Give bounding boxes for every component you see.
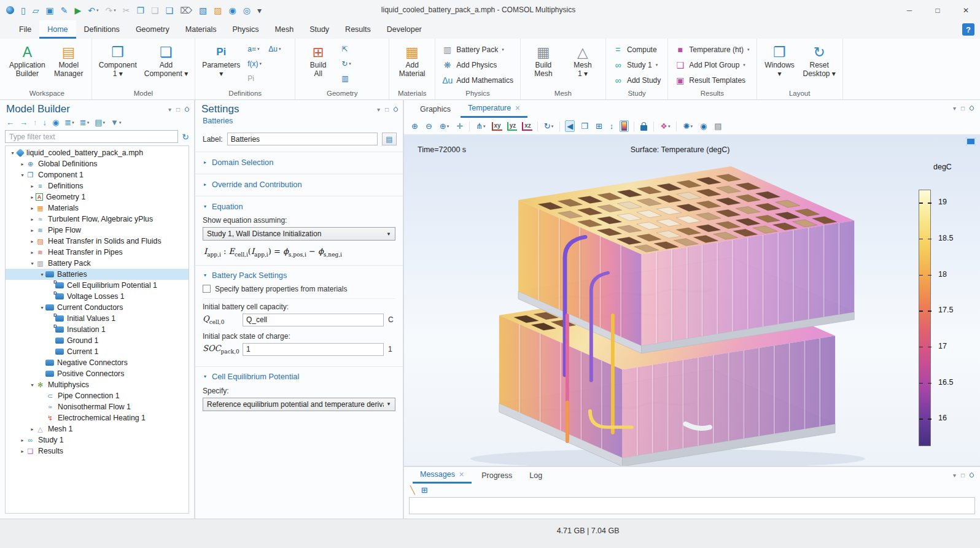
node-columns-icon[interactable]: ▤▾ — [95, 118, 105, 127]
float-panel-icon[interactable]: □ — [385, 106, 389, 113]
save-icon[interactable]: ▣ — [46, 6, 54, 15]
tree-item-liquid-cooled-battery-pack-a-mph[interactable]: ▾liquid_cooled_battery_pack_a.mph — [6, 147, 189, 158]
ribbon-build-mesh-button[interactable]: ▦BuildMesh — [526, 42, 561, 79]
chevron-down-icon[interactable]: ▾ — [19, 172, 26, 178]
filter-icon[interactable]: ▼▾ — [111, 118, 121, 127]
ribbon-parameters-button[interactable]: PiParameters▾ — [200, 42, 242, 79]
ribbon-study-1-button[interactable]: ∞Study 1▾ — [611, 57, 663, 72]
tree-item-electrochemical-heating-1[interactable]: ↯Electrochemical Heating 1 — [6, 412, 189, 423]
move-up-icon[interactable]: ↑ — [33, 118, 37, 127]
tree-item-negative-connectors[interactable]: Negative Connectors — [6, 357, 189, 368]
ribbon-battery-pack-button[interactable]: ▥Battery Pack▾ — [440, 42, 515, 57]
tree-item-battery-pack[interactable]: ▾▥Battery Pack — [6, 258, 189, 269]
close-tab-icon[interactable]: ✕ — [515, 104, 520, 112]
view-xy-icon[interactable]: xy — [492, 122, 502, 131]
select-box-icon[interactable]: ▧ — [199, 6, 207, 15]
ribbon-application-builder-button[interactable]: AApplicationBuilder — [7, 42, 47, 79]
section-header-equation[interactable]: ▾ Equation — [203, 199, 395, 213]
close-button[interactable]: ✕ — [952, 0, 980, 20]
zoom-extents-icon[interactable]: ✛ — [455, 121, 464, 131]
rename-icon[interactable]: ▤ — [382, 133, 397, 145]
soc-input[interactable] — [243, 343, 384, 356]
ribbon-mesh-1-button[interactable]: △Mesh1 ▾ — [565, 42, 601, 79]
view-xz-icon[interactable]: xz — [522, 122, 532, 131]
tab-messages[interactable]: Messages✕ — [413, 467, 472, 484]
tree-item-pipe-flow[interactable]: ▸≋Pipe Flow — [6, 225, 189, 236]
ribbon-add-study-button[interactable]: ∞Add Study — [611, 72, 663, 88]
search-icon[interactable]: ◎ — [243, 6, 251, 15]
zoom-out-icon[interactable]: ⊖ — [424, 121, 434, 131]
view-yz-icon[interactable]: yz — [507, 122, 518, 131]
tab-log[interactable]: Log — [522, 467, 550, 484]
panel-menu-icon[interactable]: ▾ — [377, 106, 380, 113]
chevron-right-icon[interactable]: ▸ — [29, 250, 36, 255]
capacity-input[interactable] — [243, 314, 384, 326]
tab-definitions[interactable]: Definitions — [76, 20, 128, 39]
print-icon[interactable]: ▤ — [713, 121, 723, 131]
tab-materials[interactable]: Materials — [177, 20, 225, 39]
customize-toolbar-icon[interactable]: ▾ — [257, 6, 262, 15]
ribbon-add-mathematics-button[interactable]: ΔuAdd Mathematics — [440, 72, 515, 88]
panel-menu-icon[interactable]: ▾ — [953, 472, 956, 479]
lock-view-icon[interactable] — [639, 122, 648, 131]
chevron-right-icon[interactable]: ▸ — [29, 239, 36, 244]
tree-item-global-definitions[interactable]: ▸⊕Global Definitions — [6, 158, 189, 169]
pin-panel-icon[interactable] — [184, 106, 190, 112]
save-as-icon[interactable]: ✎ — [61, 6, 68, 15]
chevron-right-icon[interactable]: ▸ — [19, 449, 26, 454]
specify-dropdown[interactable]: Reference equilibrium potential and temp… — [203, 398, 395, 411]
chevron-down-icon[interactable]: ▾ — [29, 382, 36, 388]
float-panel-icon[interactable]: □ — [961, 105, 965, 112]
clear-log-icon[interactable]: ╲ — [410, 485, 415, 495]
tree-item-pipe-connection-1[interactable]: ⊂Pipe Connection 1 — [6, 390, 189, 401]
variables-button[interactable]: a=▾ — [246, 42, 266, 56]
tab-results[interactable]: Results — [337, 20, 379, 39]
tree-item-component-1[interactable]: ▾❒Component 1 — [6, 169, 189, 180]
chevron-down-icon[interactable]: ▾ — [9, 150, 16, 156]
panel-menu-icon[interactable]: ▾ — [953, 105, 956, 112]
tab-developer[interactable]: Developer — [379, 20, 430, 39]
tree-item-definitions[interactable]: ▸≡Definitions — [6, 180, 189, 191]
tab-file[interactable]: File — [11, 20, 39, 39]
tab-home[interactable]: Home — [39, 20, 76, 39]
panel-menu-icon[interactable]: ▾ — [168, 106, 171, 113]
parameter-case-button[interactable]: Pi — [246, 71, 266, 86]
tab-progress[interactable]: Progress — [474, 467, 519, 484]
tree-item-heat-transfer-in-pipes[interactable]: ▸≋Heat Transfer in Pipes — [6, 247, 189, 258]
tree-item-ground-1[interactable]: Ground 1 — [6, 335, 189, 346]
tree-item-batteries[interactable]: ▾Batteries — [6, 269, 189, 280]
tab-study[interactable]: Study — [301, 20, 337, 39]
tree-item-study-1[interactable]: ▸∞Study 1 — [6, 434, 189, 446]
pin-panel-icon[interactable] — [393, 106, 399, 112]
log-settings-icon[interactable]: ⊞ — [421, 485, 428, 495]
scene-light-icon[interactable]: ◀ — [565, 120, 575, 132]
ribbon-add-plot-group-button[interactable]: ❑Add Plot Group▾ — [673, 57, 751, 72]
nonlocal-couplings-button[interactable]: Δu▾ — [266, 42, 287, 56]
section-header-cell-equilibrium[interactable]: ▾ Cell Equilibrium Potential — [203, 370, 395, 384]
move-down-icon[interactable]: ↓ — [43, 118, 47, 127]
help-button[interactable]: ? — [962, 23, 974, 36]
paste-icon[interactable]: ❏ — [151, 6, 159, 15]
color-legend-icon[interactable] — [620, 120, 629, 132]
undo-icon[interactable]: ↶▾ — [88, 6, 98, 15]
duplicate-icon[interactable]: ❑ — [166, 6, 174, 15]
messages-content[interactable] — [409, 497, 975, 514]
grid-icon[interactable]: ⊞ — [594, 121, 604, 131]
ribbon-compute-button[interactable]: =Compute — [611, 42, 663, 57]
chevron-right-icon[interactable]: ▸ — [19, 161, 26, 167]
label-input[interactable] — [227, 133, 378, 145]
tree-item-voltage-losses-1[interactable]: DVoltage Losses 1 — [6, 291, 189, 302]
new-file-icon[interactable]: ▯ — [21, 6, 26, 15]
ribbon-temperature-ht-button[interactable]: ■Temperature (ht)▾ — [673, 42, 751, 57]
run-icon[interactable]: ▶ — [74, 6, 81, 15]
chevron-right-icon[interactable]: ▸ — [29, 228, 36, 233]
color-theme-icon[interactable]: ❖▾ — [659, 121, 671, 131]
tree-item-materials[interactable]: ▸▦Materials — [6, 203, 189, 214]
copy-icon[interactable]: ❐ — [136, 6, 144, 15]
preview-icon[interactable]: ◉ — [228, 6, 236, 15]
go-to-view-icon[interactable]: ⋔▾ — [475, 121, 486, 131]
tab-mesh[interactable]: Mesh — [267, 20, 302, 39]
nav-forward-icon[interactable]: → — [20, 118, 28, 127]
snapshot-icon[interactable]: ◉ — [699, 121, 708, 131]
tree-item-initial-values-1[interactable]: DInitial Values 1 — [6, 313, 189, 324]
